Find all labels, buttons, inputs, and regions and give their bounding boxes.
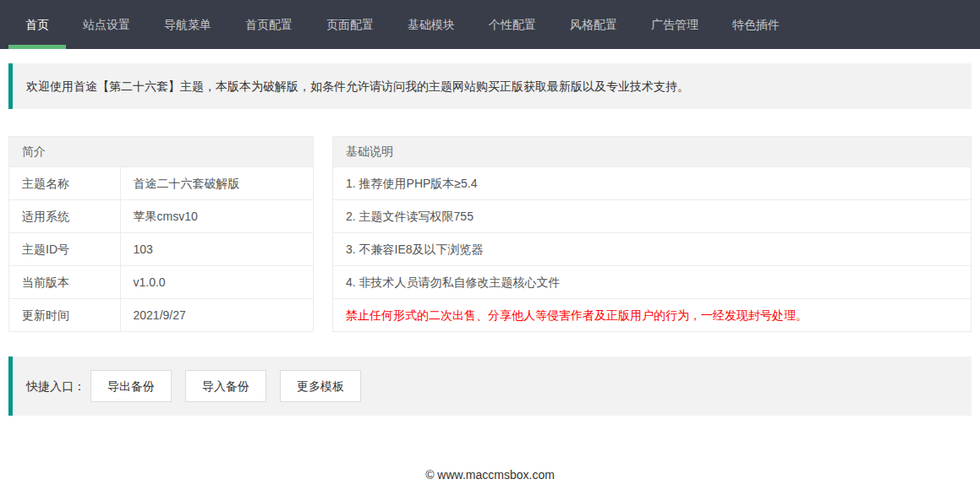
version-label: 当前版本 xyxy=(9,266,120,299)
quick-entry-label: 快捷入口： xyxy=(26,371,85,401)
update-time-label: 更新时间 xyxy=(9,299,120,332)
main-content: 欢迎使用首途【第二十六套】主题，本版本为破解版，如条件允许请访问我的主题网站购买… xyxy=(0,63,980,482)
nav-tab-featured-plugins[interactable]: 特色插件 xyxy=(715,0,797,49)
nav-tab-page-config[interactable]: 页面配置 xyxy=(309,0,391,49)
nav-tab-personality-config[interactable]: 个性配置 xyxy=(472,0,553,49)
more-templates-button[interactable]: 更多模板 xyxy=(280,370,361,402)
table-row: 更新时间 2021/9/27 xyxy=(9,299,313,332)
note-item: 2. 主题文件读写权限755 xyxy=(333,200,971,233)
warning-text: 禁止任何形式的二次出售、分享他人等侵害作者及正版用户的行为，一经发现封号处理。 xyxy=(333,299,971,331)
table-row: 主题名称 首途二十六套破解版 xyxy=(9,167,313,200)
nav-tab-nav-menu[interactable]: 导航菜单 xyxy=(147,0,228,49)
notes-panel-title: 基础说明 xyxy=(333,137,971,167)
info-panels: 简介 主题名称 首途二十六套破解版 适用系统 苹果cmsv10 主题ID号 10… xyxy=(8,136,972,332)
nav-tab-home[interactable]: 首页 xyxy=(8,0,66,49)
nav-tab-site-settings[interactable]: 站点设置 xyxy=(66,0,147,49)
notes-panel: 基础说明 1. 推荐使用PHP版本≥5.4 2. 主题文件读写权限755 3. … xyxy=(332,136,972,332)
theme-id-value: 103 xyxy=(120,233,313,266)
welcome-banner: 欢迎使用首途【第二十六套】主题，本版本为破解版，如条件允许请访问我的主题网站购买… xyxy=(8,63,972,109)
top-nav: 首页 站点设置 导航菜单 首页配置 页面配置 基础模块 个性配置 风格配置 广告… xyxy=(0,0,980,49)
nav-tab-ad-management[interactable]: 广告管理 xyxy=(634,0,715,49)
intro-panel-title: 简介 xyxy=(9,137,313,167)
note-item: 1. 推荐使用PHP版本≥5.4 xyxy=(333,167,971,200)
version-value: v1.0.0 xyxy=(120,266,313,299)
footer: © www.maccmsbox.com xyxy=(8,468,972,482)
table-row: 当前版本 v1.0.0 xyxy=(9,266,313,299)
table-row: 适用系统 苹果cmsv10 xyxy=(9,200,313,233)
update-time-value: 2021/9/27 xyxy=(120,299,313,332)
note-item: 4. 非技术人员请勿私自修改主题核心文件 xyxy=(333,266,971,299)
export-backup-button[interactable]: 导出备份 xyxy=(90,370,172,402)
intro-table: 主题名称 首途二十六套破解版 适用系统 苹果cmsv10 主题ID号 103 当… xyxy=(9,167,313,331)
system-label: 适用系统 xyxy=(9,200,120,233)
welcome-text: 欢迎使用首途【第二十六套】主题，本版本为破解版，如条件允许请访问我的主题网站购买… xyxy=(26,79,689,93)
nav-tab-home-config[interactable]: 首页配置 xyxy=(228,0,309,49)
nav-tab-style-config[interactable]: 风格配置 xyxy=(553,0,634,49)
intro-panel: 简介 主题名称 首途二十六套破解版 适用系统 苹果cmsv10 主题ID号 10… xyxy=(8,136,314,332)
note-item: 3. 不兼容IE8及以下浏览器 xyxy=(333,233,971,266)
system-value: 苹果cmsv10 xyxy=(120,200,313,233)
theme-name-value: 首途二十六套破解版 xyxy=(120,167,313,200)
table-row: 主题ID号 103 xyxy=(9,233,313,266)
nav-tab-basic-modules[interactable]: 基础模块 xyxy=(391,0,472,49)
copyright-text: © www.maccmsbox.com xyxy=(425,468,555,482)
import-backup-button[interactable]: 导入备份 xyxy=(185,370,266,402)
quick-entry-bar: 快捷入口： 导出备份 导入备份 更多模板 xyxy=(8,357,972,416)
theme-id-label: 主题ID号 xyxy=(9,233,120,266)
theme-name-label: 主题名称 xyxy=(9,167,120,200)
